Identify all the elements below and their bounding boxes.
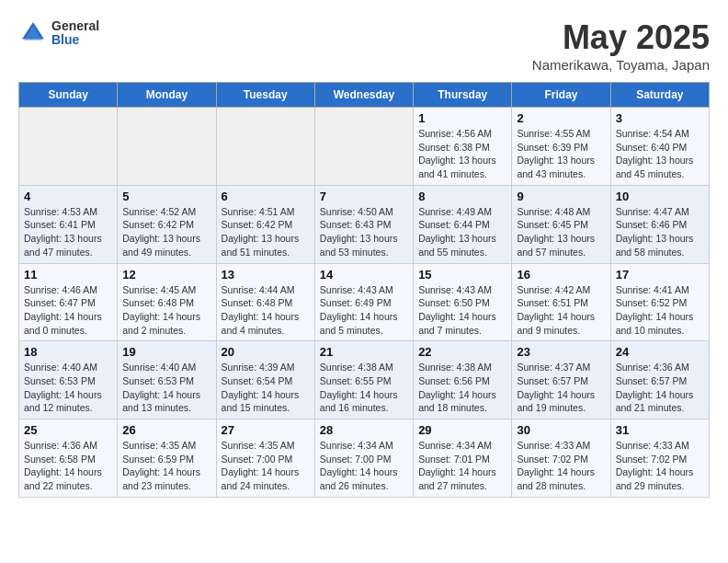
day-cell: 26Sunrise: 4:35 AM Sunset: 6:59 PM Dayli…	[118, 419, 216, 498]
day-number: 27	[222, 423, 310, 437]
title-block: May 2025 Namerikawa, Toyama, Japan	[532, 18, 710, 73]
weekday-header-thursday: Thursday	[414, 83, 512, 108]
day-number: 22	[418, 345, 506, 359]
day-cell: 2Sunrise: 4:55 AM Sunset: 6:39 PM Daylig…	[512, 108, 610, 186]
day-number: 4	[24, 190, 112, 203]
day-info: Sunrise: 4:52 AM Sunset: 6:42 PM Dayligh…	[122, 205, 210, 259]
day-info: Sunrise: 4:48 AM Sunset: 6:45 PM Dayligh…	[517, 205, 605, 259]
weekday-header-wednesday: Wednesday	[314, 83, 413, 108]
day-cell: 15Sunrise: 4:43 AM Sunset: 6:50 PM Dayli…	[414, 263, 512, 341]
logo-general: General	[51, 19, 99, 33]
day-number: 14	[320, 268, 408, 282]
day-info: Sunrise: 4:38 AM Sunset: 6:56 PM Dayligh…	[418, 361, 506, 415]
day-info: Sunrise: 4:40 AM Sunset: 6:53 PM Dayligh…	[24, 361, 112, 415]
day-info: Sunrise: 4:45 AM Sunset: 6:48 PM Dayligh…	[122, 283, 210, 338]
day-cell: 23Sunrise: 4:37 AM Sunset: 6:57 PM Dayli…	[512, 341, 610, 419]
day-cell: 4Sunrise: 4:53 AM Sunset: 6:41 PM Daylig…	[19, 185, 118, 263]
weekday-header-monday: Monday	[118, 83, 216, 108]
day-number: 8	[418, 190, 506, 203]
day-cell: 5Sunrise: 4:52 AM Sunset: 6:42 PM Daylig…	[118, 185, 216, 263]
day-info: Sunrise: 4:33 AM Sunset: 7:02 PM Dayligh…	[616, 439, 704, 493]
day-info: Sunrise: 4:43 AM Sunset: 6:50 PM Dayligh…	[418, 283, 506, 338]
day-cell: 6Sunrise: 4:51 AM Sunset: 6:42 PM Daylig…	[216, 185, 314, 263]
logo: General Blue	[18, 18, 99, 48]
day-number: 16	[517, 268, 605, 282]
day-number: 23	[517, 345, 605, 359]
day-cell: 25Sunrise: 4:36 AM Sunset: 6:58 PM Dayli…	[19, 419, 118, 498]
day-number: 29	[418, 423, 506, 437]
logo-blue: Blue	[51, 33, 99, 47]
day-number: 11	[24, 268, 112, 282]
day-number: 28	[320, 423, 408, 437]
day-number: 6	[222, 190, 310, 203]
day-info: Sunrise: 4:47 AM Sunset: 6:46 PM Dayligh…	[616, 205, 704, 259]
weekday-header-tuesday: Tuesday	[216, 83, 314, 108]
week-row-3: 11Sunrise: 4:46 AM Sunset: 6:47 PM Dayli…	[19, 263, 710, 341]
day-info: Sunrise: 4:41 AM Sunset: 6:52 PM Dayligh…	[616, 283, 704, 338]
day-number: 15	[418, 268, 506, 282]
day-cell: 11Sunrise: 4:46 AM Sunset: 6:47 PM Dayli…	[19, 263, 118, 341]
day-number: 19	[122, 345, 210, 359]
page-header: General Blue May 2025 Namerikawa, Toyama…	[18, 18, 710, 73]
day-info: Sunrise: 4:36 AM Sunset: 6:58 PM Dayligh…	[24, 439, 112, 493]
day-cell: 13Sunrise: 4:44 AM Sunset: 6:48 PM Dayli…	[216, 263, 314, 341]
day-number: 1	[418, 111, 506, 125]
day-cell: 12Sunrise: 4:45 AM Sunset: 6:48 PM Dayli…	[118, 263, 216, 341]
weekday-header-sunday: Sunday	[19, 83, 118, 108]
day-number: 21	[320, 345, 408, 359]
day-cell: 18Sunrise: 4:40 AM Sunset: 6:53 PM Dayli…	[19, 341, 118, 419]
day-number: 10	[616, 190, 704, 203]
calendar-subtitle: Namerikawa, Toyama, Japan	[532, 57, 710, 73]
day-number: 9	[517, 190, 605, 203]
day-info: Sunrise: 4:35 AM Sunset: 6:59 PM Dayligh…	[122, 439, 210, 493]
day-info: Sunrise: 4:49 AM Sunset: 6:44 PM Dayligh…	[418, 205, 506, 259]
day-number: 31	[616, 423, 704, 437]
day-info: Sunrise: 4:34 AM Sunset: 7:01 PM Dayligh…	[418, 439, 506, 493]
day-info: Sunrise: 4:37 AM Sunset: 6:57 PM Dayligh…	[517, 361, 605, 415]
day-info: Sunrise: 4:44 AM Sunset: 6:48 PM Dayligh…	[222, 283, 310, 338]
day-number: 24	[616, 345, 704, 359]
day-cell: 20Sunrise: 4:39 AM Sunset: 6:54 PM Dayli…	[216, 341, 314, 419]
day-number: 5	[122, 190, 210, 203]
week-row-5: 25Sunrise: 4:36 AM Sunset: 6:58 PM Dayli…	[19, 419, 710, 498]
day-info: Sunrise: 4:46 AM Sunset: 6:47 PM Dayligh…	[24, 283, 112, 338]
day-info: Sunrise: 4:38 AM Sunset: 6:55 PM Dayligh…	[320, 361, 408, 415]
calendar-title: May 2025	[532, 18, 710, 57]
day-cell: 17Sunrise: 4:41 AM Sunset: 6:52 PM Dayli…	[610, 263, 709, 341]
day-cell	[314, 108, 413, 186]
day-number: 2	[517, 111, 605, 125]
day-number: 12	[122, 268, 210, 282]
day-cell: 7Sunrise: 4:50 AM Sunset: 6:43 PM Daylig…	[314, 185, 413, 263]
weekday-header-saturday: Saturday	[610, 83, 709, 108]
day-cell: 14Sunrise: 4:43 AM Sunset: 6:49 PM Dayli…	[314, 263, 413, 341]
day-number: 3	[616, 111, 704, 125]
day-number: 30	[517, 423, 605, 437]
day-info: Sunrise: 4:34 AM Sunset: 7:00 PM Dayligh…	[320, 439, 408, 493]
week-row-2: 4Sunrise: 4:53 AM Sunset: 6:41 PM Daylig…	[19, 185, 710, 263]
day-number: 18	[24, 345, 112, 359]
day-number: 7	[320, 190, 408, 203]
day-number: 13	[222, 268, 310, 282]
day-info: Sunrise: 4:43 AM Sunset: 6:49 PM Dayligh…	[320, 283, 408, 338]
day-cell: 10Sunrise: 4:47 AM Sunset: 6:46 PM Dayli…	[610, 185, 709, 263]
day-cell: 30Sunrise: 4:33 AM Sunset: 7:02 PM Dayli…	[512, 419, 610, 498]
day-cell: 21Sunrise: 4:38 AM Sunset: 6:55 PM Dayli…	[314, 341, 413, 419]
day-info: Sunrise: 4:53 AM Sunset: 6:41 PM Dayligh…	[24, 205, 112, 259]
day-cell: 16Sunrise: 4:42 AM Sunset: 6:51 PM Dayli…	[512, 263, 610, 341]
day-cell: 31Sunrise: 4:33 AM Sunset: 7:02 PM Dayli…	[610, 419, 709, 498]
day-info: Sunrise: 4:40 AM Sunset: 6:53 PM Dayligh…	[122, 361, 210, 415]
day-info: Sunrise: 4:39 AM Sunset: 6:54 PM Dayligh…	[222, 361, 310, 415]
day-cell: 24Sunrise: 4:36 AM Sunset: 6:57 PM Dayli…	[610, 341, 709, 419]
day-cell: 8Sunrise: 4:49 AM Sunset: 6:44 PM Daylig…	[414, 185, 512, 263]
day-number: 25	[24, 423, 112, 437]
day-cell: 28Sunrise: 4:34 AM Sunset: 7:00 PM Dayli…	[314, 419, 413, 498]
day-info: Sunrise: 4:33 AM Sunset: 7:02 PM Dayligh…	[517, 439, 605, 493]
day-info: Sunrise: 4:35 AM Sunset: 7:00 PM Dayligh…	[222, 439, 310, 493]
day-cell: 27Sunrise: 4:35 AM Sunset: 7:00 PM Dayli…	[216, 419, 314, 498]
logo-text: General Blue	[51, 19, 99, 48]
day-info: Sunrise: 4:42 AM Sunset: 6:51 PM Dayligh…	[517, 283, 605, 338]
week-row-1: 1Sunrise: 4:56 AM Sunset: 6:38 PM Daylig…	[19, 108, 710, 186]
day-cell	[118, 108, 216, 186]
day-cell: 9Sunrise: 4:48 AM Sunset: 6:45 PM Daylig…	[512, 185, 610, 263]
week-row-4: 18Sunrise: 4:40 AM Sunset: 6:53 PM Dayli…	[19, 341, 710, 419]
